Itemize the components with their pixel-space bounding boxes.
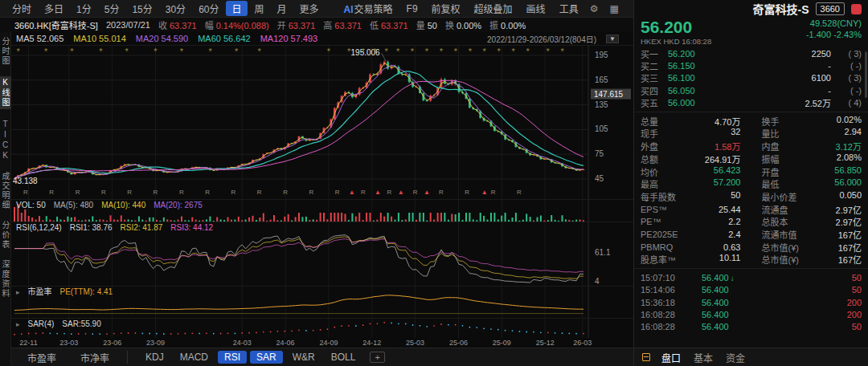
svg-text:75: 75 — [595, 149, 604, 158]
rsi-labels: RSI(6,12,24) RSI1: 38.76 RSI2: 41.87 RSI… — [16, 223, 213, 233]
ma-legend-bar: MA5 52.065MA10 55.014MA20 54.590MA60 56.… — [11, 32, 633, 45]
period-tab[interactable]: 15分 — [126, 1, 158, 16]
kline-pane[interactable]: 1951651351057545147.615195.00643.138 ***… — [11, 45, 633, 199]
indicator-tabs: KDJMACDRSISARW&RBOLL — [127, 351, 362, 364]
order-book-row[interactable]: 买四 56.050 - ( -) — [641, 84, 862, 96]
toolbar-action[interactable]: 超级叠加 — [473, 2, 513, 15]
rsi3-label: RSI3: 44.12 — [170, 223, 213, 233]
stat-row: PE2025E2.4 流通市值167亿 — [641, 228, 862, 241]
ai-badge: AI — [344, 4, 354, 15]
collapse-arrow-icon[interactable]: ▸ — [16, 287, 20, 297]
change-block: 49.528(CNY) -1.400 -2.43% — [806, 18, 862, 46]
rsi-pane[interactable]: 61.14 RSI(6,12,24) RSI1: 38.76 RSI2: 41.… — [11, 222, 633, 286]
panel-tab[interactable]: 资金 — [726, 351, 745, 364]
sidebar-view-tab[interactable]: 分价表 — [0, 221, 11, 250]
pe-pane[interactable]: ▸ 市盈率 PE(TTM): 4.41 — [11, 286, 633, 318]
indicator-tab[interactable]: BOLL — [325, 351, 362, 364]
tick-row[interactable]: 15:36:18 56.400 200 — [641, 296, 862, 308]
ohlc-field: 幅0.14%(0.088) — [205, 18, 269, 31]
indicator-tab[interactable]: W&R — [286, 351, 321, 364]
period-tab[interactable]: 5分 — [99, 1, 125, 16]
order-book-row[interactable]: 买一 56.200 2250 ( 3) — [641, 47, 862, 59]
indicator-tab[interactable]: MACD — [174, 351, 215, 364]
panel-tab[interactable]: 基本 — [694, 351, 713, 364]
toolbar-action[interactable]: 画线 — [526, 2, 546, 15]
gear-icon[interactable]: ⚙ — [590, 3, 599, 14]
rights-marker-icon: R — [361, 189, 366, 196]
tick-row[interactable]: 15:07:10 56.400↓ 50 — [641, 271, 862, 283]
symbol-label: 3660.HK[奇富科技-S] — [14, 18, 98, 31]
stat-row: 外盘1.58万 内盘3.12万 — [641, 140, 862, 152]
scrollbar[interactable] — [865, 51, 867, 98]
period-tab[interactable]: 月 — [272, 1, 293, 16]
price-block: 56.200 HKEX HKD 16:08:28 — [641, 18, 711, 46]
panel-tabbar: 盘口基本资金 — [634, 348, 868, 366]
panel-tab[interactable]: 盘口 — [661, 351, 681, 364]
svg-text:61.1: 61.1 — [595, 248, 611, 257]
rights-marker-icon: R — [154, 189, 158, 196]
toolbar-action[interactable]: F9 — [406, 3, 418, 14]
svg-text:45: 45 — [595, 174, 604, 183]
period-tab[interactable]: 日 — [226, 1, 247, 16]
period-tab[interactable]: 多日 — [39, 1, 69, 16]
rsi-title: RSI(6,12,24) — [16, 223, 62, 233]
stat-row: EPS™25.44 流通盘2.97亿 — [641, 203, 862, 216]
rights-marker-icon: R — [257, 189, 262, 196]
toolbar-action[interactable]: 工具 — [559, 2, 579, 15]
sidebar-view-tab[interactable]: 分时图 — [0, 37, 11, 66]
volume-pane[interactable]: VOL: 50 MA(5): 480 MA(10): 440 MA(20): 2… — [11, 199, 633, 222]
pe-value: PE(TTM): 4.41 — [60, 287, 113, 297]
period-tab[interactable]: 周 — [249, 1, 270, 16]
indicator-tab[interactable]: SAR — [250, 351, 283, 364]
toolbar-action[interactable]: AI交易策略 — [344, 2, 393, 15]
vol-label: VOL: 50 — [16, 201, 46, 210]
sidebar-view-tab[interactable]: 深度资料 — [0, 260, 11, 299]
rsi1-label: RSI1: 38.76 — [70, 223, 113, 233]
period-tab[interactable]: 1分 — [71, 1, 97, 16]
pe-labels: ▸ 市盈率 PE(TTM): 4.41 — [16, 287, 113, 297]
sidebar-view-tab[interactable]: 成交明细 — [0, 172, 11, 210]
ohlc-field: 量50 — [416, 18, 437, 31]
stat-row: 最高57.200 最低56.000 — [641, 177, 862, 190]
tick-row[interactable]: 16:08:28 56.400 200 — [641, 308, 862, 320]
period-tab[interactable]: 60分 — [193, 1, 224, 16]
sidebar-view-tab[interactable]: TICK — [1, 120, 10, 161]
time-axis: 22-1123-0323-0623-0924-0324-0624-0924-12… — [11, 338, 588, 348]
period-tab[interactable]: 分时 — [6, 1, 37, 16]
order-book-row[interactable]: 买三 56.100 6100 ( 3) — [641, 72, 862, 84]
ma-value: MA10 55.014 — [73, 34, 125, 43]
chart-section: 分时多日1分5分15分30分60分日周月更多 AI交易策略F9前复权超级叠加画线… — [0, 0, 633, 366]
sar-labels: ▸ SAR(4) SAR:55.90 — [16, 319, 101, 329]
period-tabs: 分时多日1分5分15分30分60分日周月更多 — [6, 1, 325, 16]
event-marker-icon: * — [483, 47, 486, 56]
add-indicator-button[interactable]: + — [370, 352, 384, 363]
collapse-arrow-icon[interactable]: ▸ — [16, 319, 20, 329]
layout-icon[interactable]: ▦ — [609, 3, 618, 14]
time-axis-label: 25-06 — [449, 339, 468, 347]
tick-row[interactable]: 15:14:06 56.400 50 — [641, 284, 862, 296]
time-axis-label: 25-12 — [536, 339, 555, 347]
valuation-tab[interactable]: 市盈率 — [21, 350, 63, 365]
indicator-tab[interactable]: KDJ — [139, 351, 170, 364]
order-book-row[interactable]: 买二 56.150 - ( -) — [641, 59, 862, 71]
cny-price: 49.528(CNY) — [806, 18, 862, 29]
ma-value: MA20 54.590 — [136, 34, 188, 43]
stat-row: 股息率™10.11 总市值(¥)167亿 — [641, 254, 862, 266]
toolbar-action[interactable]: 前复权 — [431, 2, 461, 15]
period-tab[interactable]: 更多 — [294, 1, 325, 16]
event-marker-icon: * — [209, 47, 212, 56]
chart-body: 分时图K线图TICK成交明细分价表深度资料 MA5 52.065MA10 55.… — [0, 32, 633, 366]
sidebar-view-tab[interactable]: K线图 — [0, 76, 11, 109]
tick-row[interactable]: 16:08:28 56.400 50 — [641, 321, 862, 333]
order-book-row[interactable]: 买五 56.000 2.52万 ( 4) — [641, 97, 862, 109]
collapse-button[interactable]: ▼ — [606, 35, 619, 43]
valuation-tab[interactable]: 市净率 — [74, 350, 116, 365]
indicator-tab[interactable]: RSI — [218, 351, 247, 364]
period-tab[interactable]: 30分 — [160, 1, 191, 16]
sar-pane[interactable]: ▸ SAR(4) SAR:55.90 — [11, 318, 633, 338]
valuation-tabs: 市盈率市净率 — [21, 350, 116, 365]
stat-row: 总量4.70万 换手0.02% — [641, 115, 862, 128]
event-marker-icon: * — [561, 47, 564, 56]
price-change: -1.400 -2.43% — [806, 29, 862, 40]
stock-code-box[interactable]: 3660 — [816, 2, 845, 15]
